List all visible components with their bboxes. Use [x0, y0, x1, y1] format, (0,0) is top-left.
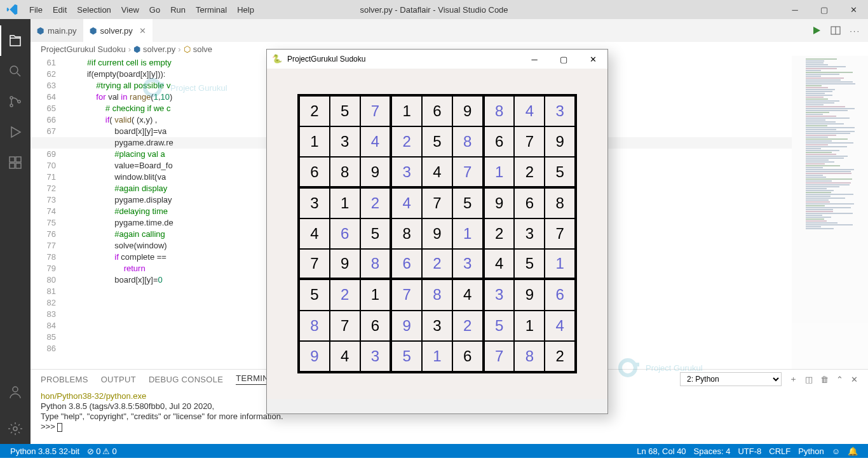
status-eol[interactable]: CRLF	[765, 444, 794, 458]
maximize-panel-icon[interactable]: ⌃	[836, 375, 843, 384]
sudoku-cell: 1	[422, 341, 452, 372]
sudoku-cell: 4	[545, 311, 575, 341]
pygame-icon: 🐍	[272, 54, 282, 64]
sudoku-cell: 7	[391, 279, 422, 310]
sudoku-cell: 1	[514, 311, 545, 341]
sudoku-cell: 3	[330, 126, 360, 157]
sudoku-cell: 5	[545, 157, 575, 187]
svg-rect-6	[10, 163, 15, 168]
sudoku-cell: 7	[330, 311, 360, 341]
terminal-prompt: >>>	[41, 422, 57, 431]
sudoku-cell: 6	[422, 96, 452, 126]
chevron-right-icon: ›	[178, 44, 180, 54]
menu-selection[interactable]: Selection	[72, 0, 116, 19]
sudoku-cell: 5	[391, 341, 422, 372]
status-bell-icon[interactable]: 🔔	[844, 444, 862, 458]
close-tab-icon[interactable]: ✕	[139, 26, 146, 36]
tab-main-py[interactable]: ⬢main.py	[31, 19, 83, 42]
new-terminal-icon[interactable]: ＋	[789, 373, 797, 385]
split-terminal-icon[interactable]: ◫	[805, 375, 813, 384]
sudoku-cell: 2	[422, 249, 452, 279]
sudoku-cell: 8	[360, 249, 392, 279]
sudoku-cell: 1	[330, 188, 360, 218]
status-encoding[interactable]: UTF-8	[734, 444, 765, 458]
breadcrumb-item[interactable]: solver.py	[143, 44, 175, 54]
sudoku-maximize-button[interactable]: ▢	[549, 50, 578, 69]
svg-point-1	[10, 97, 13, 99]
close-button[interactable]: ✕	[839, 0, 868, 19]
explorer-icon[interactable]	[0, 25, 31, 56]
panel-tab-debug[interactable]: DEBUG CONSOLE	[149, 375, 223, 384]
svg-rect-5	[16, 157, 21, 162]
sudoku-cell: 3	[545, 96, 575, 126]
sudoku-cell: 6	[514, 188, 545, 218]
sudoku-cell: 2	[484, 218, 515, 249]
kill-terminal-icon[interactable]: 🗑	[820, 375, 829, 384]
breadcrumb-item[interactable]: solve	[193, 44, 212, 54]
status-cursor[interactable]: Ln 68, Col 40	[633, 444, 689, 458]
maximize-button[interactable]: ▢	[810, 0, 839, 19]
sudoku-cell: 1	[452, 218, 484, 249]
breadcrumb-item[interactable]: ProjectGurukul Sudoku	[41, 44, 126, 54]
account-icon[interactable]	[0, 377, 31, 407]
sudoku-titlebar[interactable]: 🐍 ProjectGurukul Sudoku ─ ▢ ✕	[267, 50, 607, 69]
terminal-select[interactable]: 2: Python	[680, 372, 782, 386]
sudoku-cell: 7	[299, 249, 330, 279]
sudoku-cell: 9	[514, 279, 545, 310]
menu-file[interactable]: File	[24, 0, 48, 19]
sudoku-cell: 9	[422, 218, 452, 249]
minimize-button[interactable]: ─	[780, 0, 810, 19]
menu-help[interactable]: Help	[232, 0, 259, 19]
search-icon[interactable]	[0, 56, 31, 86]
status-feedback-icon[interactable]: ☺	[828, 444, 844, 458]
minimap[interactable]	[792, 56, 868, 369]
status-spaces[interactable]: Spaces: 4	[690, 444, 735, 458]
sudoku-cell: 8	[484, 96, 515, 126]
more-actions-icon[interactable]: ···	[850, 26, 860, 36]
menu-view[interactable]: View	[116, 0, 144, 19]
sudoku-cell: 3	[514, 218, 545, 249]
sudoku-close-button[interactable]: ✕	[578, 50, 607, 69]
sudoku-cell: 2	[360, 188, 392, 218]
split-editor-icon[interactable]	[831, 25, 841, 36]
sudoku-window[interactable]: 🐍 ProjectGurukul Sudoku ─ ▢ ✕ 2571698431…	[266, 49, 608, 414]
vscode-logo-icon	[6, 4, 18, 15]
terminal-line: hon/Python38-32/python.exe	[41, 391, 146, 401]
sudoku-cell: 9	[545, 126, 575, 157]
close-panel-icon[interactable]: ✕	[851, 375, 858, 384]
sudoku-cell: 7	[484, 341, 515, 372]
settings-icon[interactable]	[0, 413, 31, 444]
run-debug-icon[interactable]	[0, 117, 31, 147]
sudoku-body: 2571698431342586796893471253124759684658…	[267, 69, 607, 399]
panel-tab-problems[interactable]: PROBLEMS	[41, 375, 88, 384]
menu-edit[interactable]: Edit	[48, 0, 72, 19]
panel-tab-output[interactable]: OUTPUT	[101, 375, 136, 384]
sudoku-cell: 4	[514, 96, 545, 126]
sudoku-cell: 5	[452, 188, 484, 218]
terminal-line: Python 3.8.5 (tags/v3.8.5:580fbb0, Jul 2…	[41, 401, 214, 411]
tab-label: solver.py	[100, 26, 133, 36]
tab-solver-py[interactable]: ⬢solver.py✕	[83, 19, 153, 42]
terminal-cursor	[57, 423, 62, 432]
sudoku-minimize-button[interactable]: ─	[520, 50, 549, 69]
sudoku-cell: 4	[452, 279, 484, 310]
sudoku-cell: 3	[452, 249, 484, 279]
run-icon[interactable]	[811, 25, 822, 36]
sudoku-cell: 6	[452, 341, 484, 372]
menu-terminal[interactable]: Terminal	[191, 0, 232, 19]
sudoku-cell: 2	[452, 311, 484, 341]
menu-go[interactable]: Go	[144, 0, 165, 19]
sudoku-cell: 5	[514, 249, 545, 279]
sudoku-cell: 2	[514, 157, 545, 187]
window-controls: ─ ▢ ✕	[780, 0, 868, 19]
menu-run[interactable]: Run	[165, 0, 191, 19]
python-file-icon: ⬢	[37, 26, 44, 36]
status-errors[interactable]: ⊘ 0 ⚠ 0	[83, 444, 120, 458]
extensions-icon[interactable]	[0, 147, 31, 178]
status-language[interactable]: Python	[794, 444, 827, 458]
svg-point-8	[13, 387, 18, 392]
sudoku-cell: 1	[484, 157, 515, 187]
sudoku-cell: 3	[484, 279, 515, 310]
status-python[interactable]: Python 3.8.5 32-bit	[6, 444, 83, 458]
source-control-icon[interactable]	[0, 86, 31, 117]
